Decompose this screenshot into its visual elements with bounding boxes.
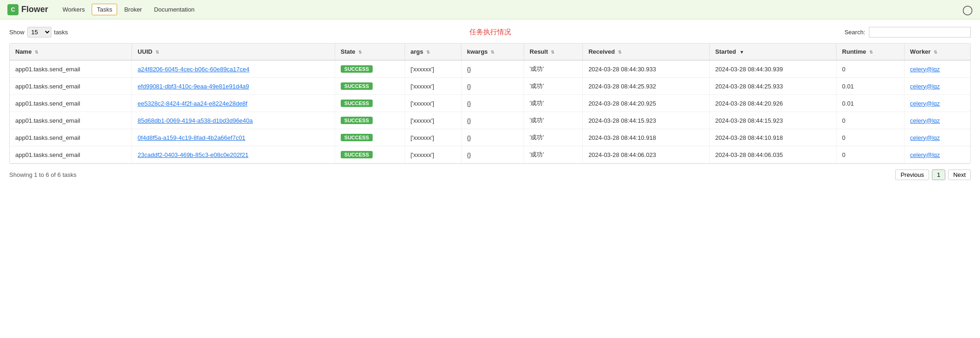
state-badge: SUCCESS	[341, 151, 373, 158]
cell-name: app01.tasks.send_email	[10, 60, 132, 78]
cell-worker[interactable]: celery@lqz	[904, 78, 970, 95]
cell-runtime: 0	[836, 146, 905, 163]
cell-result: '成功'	[524, 146, 583, 163]
showing-text: Showing 1 to 6 of 6 tasks	[9, 171, 76, 178]
cell-worker[interactable]: celery@lqz	[904, 60, 970, 78]
cell-uuid[interactable]: 85d68db1-0069-4194-a538-d1bd3d96e40a	[132, 112, 335, 129]
page-1-button[interactable]: 1	[932, 169, 945, 180]
show-label: Show	[9, 29, 25, 36]
cell-args: ['xxxxxx']	[405, 95, 461, 112]
cell-started: 2024-03-28 08:44:06.035	[710, 146, 836, 163]
col-runtime[interactable]: Runtime ⇅	[836, 44, 905, 60]
col-args[interactable]: args ⇅	[405, 44, 461, 60]
cell-started: 2024-03-28 08:44:30.939	[710, 60, 836, 78]
cell-uuid[interactable]: 0f4d8f5a-a159-4c19-8fad-4b2a66ef7c01	[132, 129, 335, 146]
cell-kwargs: {}	[461, 129, 524, 146]
cell-worker[interactable]: celery@lqz	[904, 129, 970, 146]
cell-state: SUCCESS	[335, 60, 405, 78]
cell-result: '成功'	[524, 60, 583, 78]
cell-worker[interactable]: celery@lqz	[904, 146, 970, 163]
table-row: app01.tasks.send_email0f4d8f5a-a159-4c19…	[10, 129, 970, 146]
search-label: Search:	[844, 29, 865, 36]
cell-name: app01.tasks.send_email	[10, 146, 132, 163]
sort-uuid-icon: ⇅	[156, 50, 159, 55]
nav-broker[interactable]: Broker	[119, 4, 147, 15]
col-worker[interactable]: Worker ⇅	[904, 44, 970, 60]
col-uuid[interactable]: UUID ⇅	[132, 44, 335, 60]
controls-row: Show 15 10 25 50 100 tasks 任务执行情况 Search…	[9, 27, 971, 38]
nav-workers[interactable]: Workers	[57, 4, 90, 15]
col-state[interactable]: State ⇅	[335, 44, 405, 60]
table-row: app01.tasks.send_email23caddf2-0403-469b…	[10, 146, 970, 163]
cell-started: 2024-03-28 08:44:20.926	[710, 95, 836, 112]
col-started[interactable]: Started	[710, 44, 836, 60]
cell-uuid[interactable]: efd99081-dbf3-410c-9eaa-49e81e91d4a9	[132, 78, 335, 95]
next-button[interactable]: Next	[948, 169, 971, 180]
table-row: app01.tasks.send_emailee5328c2-8424-4f2f…	[10, 95, 970, 112]
cell-state: SUCCESS	[335, 112, 405, 129]
table-row: app01.tasks.send_emailefd99081-dbf3-410c…	[10, 78, 970, 95]
cell-received: 2024-03-28 08:44:10.918	[583, 129, 710, 146]
sort-received-icon: ⇅	[618, 50, 622, 55]
state-badge: SUCCESS	[341, 117, 373, 124]
cell-runtime: 0.01	[836, 78, 905, 95]
tasks-table-container: Name ⇅ UUID ⇅ State ⇅ args ⇅	[9, 43, 971, 164]
pagination: Previous 1 Next	[895, 169, 971, 180]
cell-state: SUCCESS	[335, 146, 405, 163]
brand-name: Flower	[21, 5, 48, 14]
sort-name-icon: ⇅	[35, 50, 38, 55]
cell-state: SUCCESS	[335, 78, 405, 95]
cell-runtime: 0	[836, 129, 905, 146]
github-icon[interactable]: ◯	[962, 4, 973, 15]
cell-started: 2024-03-28 08:44:25.933	[710, 78, 836, 95]
cell-uuid[interactable]: 23caddf2-0403-469b-85c3-e08c0e202f21	[132, 146, 335, 163]
nav-links: Workers Tasks Broker Documentation	[57, 4, 200, 15]
cell-result: '成功'	[524, 95, 583, 112]
cell-state: SUCCESS	[335, 95, 405, 112]
table-row: app01.tasks.send_emaila24f8206-6045-4cec…	[10, 60, 970, 78]
table-header-row: Name ⇅ UUID ⇅ State ⇅ args ⇅	[10, 44, 970, 60]
cell-runtime: 0	[836, 112, 905, 129]
tasks-label: tasks	[54, 29, 68, 36]
cell-uuid[interactable]: ee5328c2-8424-4f2f-aa24-e8224e28de8f	[132, 95, 335, 112]
nav-documentation[interactable]: Documentation	[149, 4, 200, 15]
cell-result: '成功'	[524, 112, 583, 129]
state-badge: SUCCESS	[341, 65, 373, 73]
sort-kwargs-icon: ⇅	[491, 50, 494, 55]
sort-result-icon: ⇅	[551, 50, 555, 55]
tasks-table: Name ⇅ UUID ⇅ State ⇅ args ⇅	[10, 44, 970, 163]
cell-received: 2024-03-28 08:44:30.933	[583, 60, 710, 78]
search-input[interactable]	[869, 27, 971, 38]
cell-args: ['xxxxxx']	[405, 146, 461, 163]
cell-name: app01.tasks.send_email	[10, 112, 132, 129]
cell-runtime: 0.01	[836, 95, 905, 112]
col-kwargs[interactable]: kwargs ⇅	[461, 44, 524, 60]
cell-args: ['xxxxxx']	[405, 129, 461, 146]
cell-kwargs: {}	[461, 78, 524, 95]
cell-received: 2024-03-28 08:44:20.925	[583, 95, 710, 112]
navbar: C Flower Workers Tasks Broker Documentat…	[0, 0, 980, 19]
main-content: Show 15 10 25 50 100 tasks 任务执行情况 Search…	[0, 19, 980, 188]
show-select[interactable]: 15 10 25 50 100	[27, 27, 51, 38]
cell-received: 2024-03-28 08:44:06.023	[583, 146, 710, 163]
brand: C Flower	[7, 4, 48, 15]
previous-button[interactable]: Previous	[895, 169, 929, 180]
cell-worker[interactable]: celery@lqz	[904, 112, 970, 129]
cell-worker[interactable]: celery@lqz	[904, 95, 970, 112]
cell-name: app01.tasks.send_email	[10, 95, 132, 112]
cell-args: ['xxxxxx']	[405, 112, 461, 129]
cell-uuid[interactable]: a24f8206-6045-4cec-b06c-60e89ca17ce4	[132, 60, 335, 78]
col-name[interactable]: Name ⇅	[10, 44, 132, 60]
state-badge: SUCCESS	[341, 134, 373, 141]
nav-tasks[interactable]: Tasks	[92, 4, 117, 15]
cell-started: 2024-03-28 08:44:15.923	[710, 112, 836, 129]
col-result[interactable]: Result ⇅	[524, 44, 583, 60]
footer-row: Showing 1 to 6 of 6 tasks Previous 1 Nex…	[9, 169, 971, 180]
cell-result: '成功'	[524, 78, 583, 95]
col-received[interactable]: Received ⇅	[583, 44, 710, 60]
search-area: Search:	[844, 27, 971, 38]
sort-runtime-icon: ⇅	[869, 50, 873, 55]
cell-name: app01.tasks.send_email	[10, 129, 132, 146]
sort-args-icon: ⇅	[426, 50, 430, 55]
cell-args: ['xxxxxx']	[405, 60, 461, 78]
